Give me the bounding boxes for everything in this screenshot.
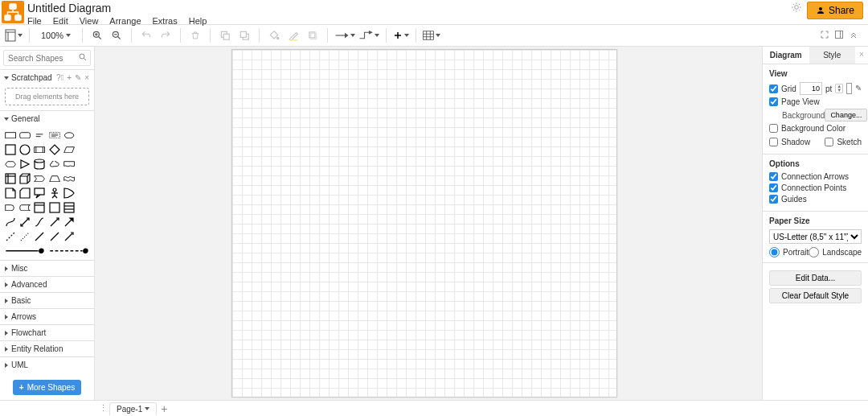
shape-document[interactable]	[63, 159, 75, 170]
category-advanced[interactable]: Advanced	[0, 276, 94, 292]
table-menu[interactable]	[423, 27, 440, 43]
shape-dashed-line[interactable]	[5, 231, 16, 242]
shape-s-curve[interactable]	[34, 216, 45, 228]
tab-diagram[interactable]: Diagram	[763, 47, 809, 64]
menu-edit[interactable]: Edit	[53, 16, 68, 26]
shadow-button[interactable]	[305, 27, 321, 43]
scratchpad-add-icon[interactable]: +	[67, 73, 72, 82]
insert-menu[interactable]	[393, 27, 409, 43]
menu-extras[interactable]: Extras	[153, 16, 178, 26]
background-color-checkbox[interactable]	[769, 124, 778, 133]
scratchpad-edit-icon[interactable]: ✎	[75, 73, 81, 82]
shape-dotted-line[interactable]	[19, 231, 31, 242]
collapse-icon[interactable]	[849, 30, 858, 41]
shape-rounded-rectangle[interactable]	[19, 130, 31, 141]
shape-diamond[interactable]	[49, 144, 60, 155]
shape-or[interactable]	[63, 187, 75, 199]
share-button[interactable]: Share	[807, 2, 863, 19]
shape-circle[interactable]	[19, 144, 31, 155]
add-page-button[interactable]: +	[157, 402, 171, 415]
shape-triangle[interactable]	[19, 159, 31, 170]
shape-arrow[interactable]	[49, 216, 60, 228]
shape-curve[interactable]	[5, 216, 16, 228]
scratchpad-dropzone[interactable]: Drag elements here	[5, 88, 89, 105]
edit-data-button[interactable]: Edit Data...	[769, 270, 862, 286]
shape-link-solid[interactable]	[5, 245, 46, 257]
grid-size-stepper[interactable]: ▲▼	[835, 84, 843, 93]
sketch-checkbox[interactable]	[825, 138, 833, 146]
fullscreen-icon[interactable]	[820, 30, 829, 41]
shape-bidir-arrow[interactable]	[19, 216, 31, 228]
shape-trapezoid[interactable]	[49, 173, 60, 184]
menu-view[interactable]: View	[80, 16, 99, 26]
format-panel-toggle-icon[interactable]	[834, 30, 844, 41]
search-icon[interactable]	[78, 52, 88, 64]
paper-size-select[interactable]: US-Letter (8,5" x 11")	[769, 229, 862, 244]
app-logo[interactable]	[2, 1, 24, 23]
shape-process[interactable]	[34, 144, 45, 155]
shape-textbox[interactable]	[49, 130, 60, 141]
shape-thick-arrow[interactable]	[63, 216, 75, 228]
shadow-checkbox[interactable]	[769, 138, 778, 146]
category-arrows[interactable]: Arrows	[0, 308, 94, 324]
category-basic[interactable]: Basic	[0, 292, 94, 308]
portrait-radio[interactable]	[769, 247, 780, 257]
shape-cloud[interactable]	[49, 159, 60, 170]
tab-style[interactable]: Style	[809, 47, 856, 64]
shape-and[interactable]	[5, 202, 16, 213]
grid-color-swatch[interactable]	[846, 83, 852, 94]
background-change-button[interactable]: Change...	[825, 109, 867, 122]
page-paper[interactable]	[231, 49, 617, 397]
page-tab-caret-icon[interactable]	[145, 407, 149, 410]
connection-points-checkbox[interactable]	[769, 183, 778, 192]
grid-color-edit-icon[interactable]: ✎	[855, 84, 862, 93]
format-panel-close-icon[interactable]: ×	[855, 47, 868, 64]
page-layout-menu[interactable]	[5, 27, 23, 43]
shape-tape[interactable]	[63, 173, 75, 184]
zoom-in-button[interactable]	[89, 27, 105, 43]
fill-color-button[interactable]	[266, 27, 282, 43]
shape-ellipse[interactable]	[63, 130, 75, 141]
landscape-radio[interactable]	[809, 247, 819, 257]
clear-default-style-button[interactable]: Clear Default Style	[769, 288, 862, 303]
category-entity-relation[interactable]: Entity Relation	[0, 340, 94, 356]
zoom-out-button[interactable]	[108, 27, 125, 43]
shape-hexagon[interactable]	[5, 159, 16, 170]
zoom-level[interactable]: 100%	[36, 31, 76, 40]
shape-data-storage[interactable]	[19, 202, 31, 213]
undo-button[interactable]	[138, 27, 154, 43]
waypoint-style-menu[interactable]	[358, 27, 379, 43]
scratchpad-help-icon[interactable]: ?⃝	[56, 73, 63, 82]
to-front-button[interactable]	[217, 27, 233, 43]
shape-directional[interactable]	[63, 231, 75, 242]
canvas[interactable]	[95, 47, 762, 400]
menu-file[interactable]: File	[27, 16, 42, 26]
page-tab-1[interactable]: Page-1	[109, 402, 157, 415]
to-back-button[interactable]	[236, 27, 252, 43]
shape-line2[interactable]	[49, 231, 60, 242]
category-misc[interactable]: Misc	[0, 260, 94, 276]
category-flowchart[interactable]: Flowchart	[0, 324, 94, 340]
page-view-checkbox[interactable]	[769, 97, 778, 106]
shape-card[interactable]	[19, 187, 31, 199]
menu-help[interactable]: Help	[189, 16, 207, 26]
shape-list[interactable]	[63, 202, 75, 213]
shape-square[interactable]	[5, 144, 16, 155]
shape-cube[interactable]	[19, 173, 31, 184]
redo-button[interactable]	[158, 27, 174, 43]
document-title[interactable]: Untitled Diagram	[27, 2, 207, 14]
shape-text[interactable]	[34, 130, 45, 141]
more-shapes-button[interactable]: +More Shapes	[13, 380, 81, 395]
grid-checkbox[interactable]	[769, 84, 778, 93]
shape-step[interactable]	[34, 173, 45, 184]
appearance-icon[interactable]	[791, 2, 802, 14]
shape-actor[interactable]	[49, 187, 60, 199]
shape-callout[interactable]	[34, 187, 45, 199]
connection-style-menu[interactable]	[334, 27, 355, 43]
delete-button[interactable]	[187, 27, 203, 43]
category-general[interactable]: General	[0, 110, 94, 126]
shape-line[interactable]	[34, 231, 45, 242]
pages-menu-icon[interactable]: ⋮	[96, 403, 109, 414]
scratchpad-close-icon[interactable]: ×	[84, 73, 89, 82]
shape-container2[interactable]	[49, 202, 60, 213]
